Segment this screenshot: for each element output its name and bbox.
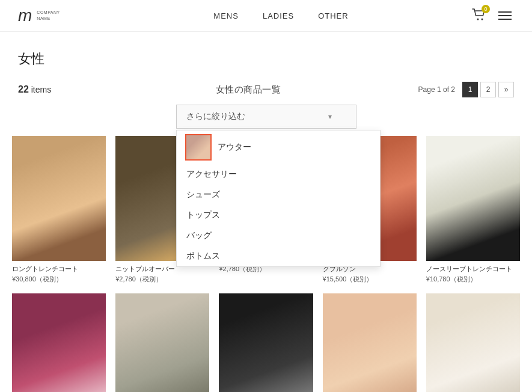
nav-item-other[interactable]: OTHER	[318, 11, 349, 20]
header: m COMPANY NAME MENS LADIES OTHER 0	[0, 0, 532, 32]
product-price: ¥30,800（税別）	[12, 275, 106, 284]
filter-dropdown: アウター アクセサリー シューズ トップス バッグ ボトムス	[176, 130, 381, 267]
filter-thumbnail	[186, 135, 210, 159]
hamburger-menu[interactable]	[496, 9, 514, 22]
product-card[interactable]	[426, 293, 520, 392]
filter-option-label: アクセサリー	[186, 169, 237, 180]
filter-option-tops[interactable]: トップス	[177, 205, 380, 225]
filter-placeholder: さらに絞り込む	[186, 111, 245, 122]
product-name: ロングトレンチコート	[12, 265, 106, 274]
page-title: 女性	[18, 50, 514, 68]
filter-option-label: シューズ	[186, 189, 220, 200]
filter-option-label: ボトムス	[186, 251, 220, 262]
filter-select-button[interactable]: さらに絞り込む ▾	[176, 105, 356, 129]
filter-select-wrap: さらに絞り込む ▾ アウター アクセサリー シューズ トップス バッグ	[176, 105, 356, 129]
product-image	[12, 136, 106, 261]
items-bar: 22 items 女性の商品一覧 Page 1 of 2 1 2 »	[0, 77, 532, 105]
product-price: ¥2,780（税別）	[115, 275, 209, 284]
product-image	[323, 293, 417, 392]
chevron-down-icon: ▾	[328, 112, 332, 121]
logo-m-letter: m	[18, 7, 32, 24]
filter-option-bag[interactable]: バッグ	[177, 225, 380, 246]
page-button-next[interactable]: »	[498, 82, 514, 97]
product-name: ノースリーブトレンチコート	[426, 265, 520, 274]
filter-option-bottoms[interactable]: ボトムス	[177, 246, 380, 266]
filter-option-label: アウター	[218, 142, 251, 153]
page-title-section: 女性	[0, 32, 532, 77]
product-image	[115, 293, 209, 392]
product-image	[219, 293, 313, 392]
section-title: 女性の商品一覧	[78, 84, 418, 96]
product-card[interactable]	[323, 293, 417, 392]
product-image	[12, 293, 106, 392]
product-card[interactable]	[115, 293, 209, 392]
logo-text: COMPANY NAME	[37, 10, 60, 22]
product-image	[426, 293, 520, 392]
product-card[interactable]: ロングトレンチコート ¥30,800（税別）	[12, 136, 106, 284]
nav-item-ladies[interactable]: LADIES	[263, 11, 294, 20]
page-info: Page 1 of 2	[418, 85, 455, 94]
svg-point-0	[477, 19, 479, 20]
filter-section: さらに絞り込む ▾ アウター アクセサリー シューズ トップス バッグ	[0, 105, 532, 129]
logo[interactable]: m COMPANY NAME	[18, 7, 90, 24]
header-right: 0	[472, 8, 514, 23]
product-price: ¥10,780（税別）	[426, 275, 520, 284]
main-nav: MENS LADIES OTHER	[90, 11, 472, 20]
filter-option-label: トップス	[186, 210, 220, 221]
cart-button[interactable]: 0	[472, 8, 486, 23]
product-image	[426, 136, 520, 261]
product-card[interactable]	[219, 293, 313, 392]
filter-option-outer[interactable]: アウター	[177, 130, 380, 164]
product-card[interactable]: ノースリーブトレンチコート ¥10,780（税別）	[426, 136, 520, 284]
pagination: Page 1 of 2 1 2 »	[418, 82, 514, 97]
page-button-1[interactable]: 1	[462, 82, 478, 97]
nav-item-mens[interactable]: MENS	[213, 11, 239, 20]
cart-badge: 0	[482, 5, 490, 13]
filter-option-label: バッグ	[186, 230, 212, 241]
filter-option-shoes[interactable]: シューズ	[177, 185, 380, 205]
product-price: ¥15,500（税別）	[323, 275, 417, 284]
svg-point-1	[482, 19, 483, 20]
items-count: 22 items	[18, 84, 78, 95]
filter-option-accessory[interactable]: アクセサリー	[177, 164, 380, 185]
page-button-2[interactable]: 2	[480, 82, 496, 97]
product-card[interactable]	[12, 293, 106, 392]
